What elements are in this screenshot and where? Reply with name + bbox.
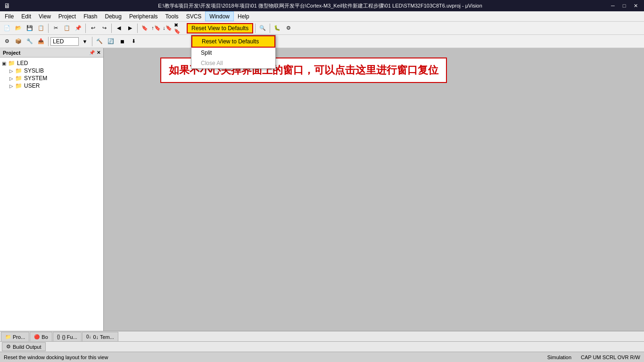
title-controls[interactable]: ─ □ ✕ — [608, 2, 640, 9]
sep3 — [111, 24, 112, 33]
status-bar: Reset the window docking layout for this… — [0, 352, 644, 362]
tree-folder-user-icon: 📁 — [15, 82, 22, 89]
minimize-button[interactable]: ─ — [608, 2, 618, 9]
build-output-tab[interactable]: ⚙ Build Output — [2, 342, 46, 351]
menu-file[interactable]: File — [1, 11, 17, 21]
settings-btn[interactable]: ⚙ — [283, 23, 294, 33]
btab-project-label: Pro... — [13, 334, 25, 340]
open-btn[interactable]: 📂 — [13, 23, 24, 33]
menu-edit[interactable]: Edit — [17, 11, 35, 21]
save-btn[interactable]: 💾 — [25, 23, 35, 33]
close-button[interactable]: ✕ — [631, 2, 640, 9]
tree-folder-system-icon: 📁 — [15, 75, 22, 82]
project-panel-header: Project 📌 ✕ — [0, 48, 103, 58]
copy-btn[interactable]: 📋 — [62, 23, 72, 33]
bookmark-btn[interactable]: 🔖 — [140, 23, 150, 33]
tree-root[interactable]: ▣ 📁 LED — [2, 59, 101, 67]
btab-functions-label: {} Fu... — [62, 334, 77, 340]
tree-label-system: SYSTEM — [24, 75, 47, 82]
menu-svcs[interactable]: SVCS — [182, 11, 206, 21]
project-panel-float[interactable]: 📌 — [89, 50, 95, 55]
tb2-btn3[interactable]: 🔧 — [25, 36, 35, 47]
project-panel: Project 📌 ✕ ▣ 📁 LED ▷ 📁 SYSLIB ▷ 📁 — [0, 48, 104, 331]
project-header-controls[interactable]: 📌 ✕ — [89, 50, 100, 55]
tb2-btn1[interactable]: ⚙ — [2, 36, 12, 47]
build-btn[interactable]: 🔨 — [94, 36, 105, 47]
rebuild-btn[interactable]: 🔄 — [106, 36, 116, 47]
btab-bo-label: Bo — [41, 334, 48, 340]
target-dropdown-btn[interactable]: ▼ — [80, 36, 90, 47]
btab-bo-icon: 🔴 — [34, 334, 40, 339]
title-bar: 🖥 E:\教学&项目开发\开发项目\2018年项目\01 微型物联网开发平台\C… — [0, 0, 644, 11]
paste-btn[interactable]: 📌 — [73, 23, 83, 33]
tree-label-syslib: SYSLIB — [24, 67, 44, 74]
dd-reset-view[interactable]: Reset View to Defaults — [191, 35, 275, 48]
btab-project-icon: 📁 — [5, 334, 11, 339]
nav-back-btn[interactable]: ◀ — [114, 23, 124, 33]
sep8 — [92, 37, 92, 46]
menu-tools[interactable]: Tools — [162, 11, 182, 21]
dd-split[interactable]: Split — [191, 48, 275, 58]
tree-item-syslib[interactable]: ▷ 📁 SYSLIB — [9, 67, 101, 74]
status-message: Reset the window docking layout for this… — [4, 354, 547, 360]
target-name[interactable]: LED — [50, 37, 79, 46]
window-title: E:\教学&项目开发\开发项目\2018年项目\01 微型物联网开发平台\Cor… — [32, 2, 608, 9]
toolbar1: 📄 📂 💾 📋 ✂ 📋 📌 ↩ ↪ ◀ ▶ 🔖 ↑🔖 ↓🔖 ✖🔖 Reset V… — [0, 22, 644, 35]
menu-help[interactable]: Help — [234, 11, 253, 21]
prev-bookmark-btn[interactable]: ↑🔖 — [151, 23, 161, 33]
bottom-tabs: 📁 Pro... 🔴 Bo {} {} Fu... 0↓ 0↓ Tem... — [0, 331, 644, 341]
redo-btn[interactable]: ↪ — [99, 23, 109, 33]
target-selector: LED ▼ — [50, 36, 90, 47]
sep2 — [85, 24, 86, 33]
btab-bo[interactable]: 🔴 Bo — [30, 332, 52, 341]
next-bookmark-btn[interactable]: ↓🔖 — [162, 23, 173, 33]
window-dropdown-menu: Reset View to Defaults Split Close All — [191, 35, 276, 69]
tb2-btn4[interactable]: 📥 — [36, 36, 46, 47]
menu-peripherals[interactable]: Peripherals — [125, 11, 162, 21]
download-btn[interactable]: ⬇ — [128, 36, 139, 47]
sep4 — [137, 24, 138, 33]
btab-templates-label: 0↓ Tem... — [93, 334, 114, 340]
nav-fwd-btn[interactable]: ▶ — [125, 23, 135, 33]
main-layout: Project 📌 ✕ ▣ 📁 LED ▷ 📁 SYSLIB ▷ 📁 — [0, 48, 644, 331]
btab-functions[interactable]: {} {} Fu... — [53, 332, 82, 341]
menu-view[interactable]: View — [35, 11, 55, 21]
sep5 — [255, 24, 256, 33]
project-panel-close[interactable]: ✕ — [97, 50, 100, 55]
tb2-btn2[interactable]: 📦 — [13, 36, 24, 47]
reset-view-btn[interactable]: Reset View to Defaults — [187, 23, 253, 33]
project-panel-title: Project — [3, 50, 20, 56]
dd-close-all[interactable]: Close All — [191, 58, 275, 68]
tree-expand-syslib: ▷ — [9, 68, 13, 74]
sep6 — [270, 24, 270, 33]
tree-item-user[interactable]: ▷ 📁 USER — [9, 82, 101, 90]
tree-item-system[interactable]: ▷ 📁 SYSTEM — [9, 74, 101, 82]
stop-btn[interactable]: ⏹ — [117, 36, 127, 47]
find-btn[interactable]: 🔍 — [257, 23, 268, 33]
content-area: 如果不小心关掉界面上的窗口，可以点击这里进行窗口复位 — [104, 48, 644, 331]
tree-folder-syslib-icon: 📁 — [15, 67, 22, 74]
build-output-label: Build Output — [13, 344, 41, 350]
keyboard-status: CAP UM SCRL OVR R/W — [581, 354, 640, 360]
build-output-bar: ⚙ Build Output — [0, 341, 644, 352]
cut-btn[interactable]: ✂ — [50, 23, 61, 33]
clear-bookmark-btn[interactable]: ✖🔖 — [173, 23, 184, 33]
tree-expand-system: ▷ — [9, 76, 13, 81]
btab-project[interactable]: 📁 Pro... — [1, 332, 29, 341]
toolbar2: ⚙ 📦 🔧 📥 LED ▼ 🔨 🔄 ⏹ ⬇ — [0, 35, 644, 48]
save-all-btn[interactable]: 📋 — [36, 23, 46, 33]
btab-templates[interactable]: 0↓ 0↓ Tem... — [82, 332, 118, 341]
menu-flash[interactable]: Flash — [80, 11, 101, 21]
new-file-btn[interactable]: 📄 — [2, 23, 12, 33]
maximize-button[interactable]: □ — [619, 2, 629, 9]
debug-btn[interactable]: 🐛 — [272, 23, 282, 33]
btab-functions-icon: {} — [57, 334, 60, 339]
btab-templates-icon: 0↓ — [86, 334, 91, 339]
tree-label-user: USER — [24, 82, 40, 89]
menu-debug[interactable]: Debug — [101, 11, 125, 21]
menu-window[interactable]: Window — [205, 11, 234, 21]
tree-expand-user: ▷ — [9, 83, 13, 89]
undo-btn[interactable]: ↩ — [88, 23, 98, 33]
menu-project[interactable]: Project — [55, 11, 80, 21]
sep1 — [48, 24, 49, 33]
